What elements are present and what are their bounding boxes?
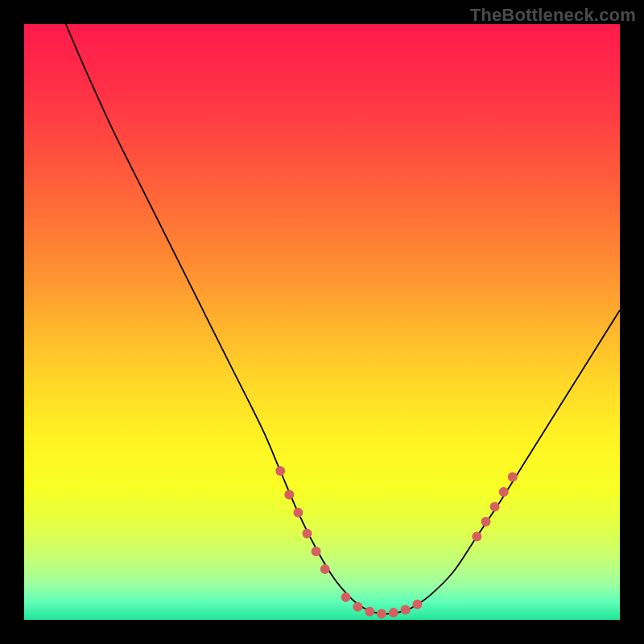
highlighted-point: [293, 508, 303, 518]
highlighted-point: [365, 607, 374, 617]
chart-overlay: [24, 24, 620, 620]
highlighted-point: [389, 608, 398, 617]
watermark-text: TheBottleneck.com: [470, 5, 636, 26]
highlighted-point: [377, 609, 386, 619]
highlighted-point: [275, 466, 285, 476]
highlighted-point: [499, 487, 509, 497]
highlighted-point: [508, 472, 518, 481]
highlighted-point: [303, 529, 312, 539]
highlighted-point: [481, 517, 491, 526]
highlighted-point: [284, 490, 294, 500]
highlighted-points-group: [275, 466, 518, 619]
highlighted-point: [472, 531, 481, 541]
bottleneck-curve: [66, 24, 620, 614]
highlighted-point: [341, 592, 351, 602]
highlighted-point: [412, 600, 422, 609]
plot-area: [24, 24, 620, 620]
highlighted-point: [312, 547, 321, 556]
chart-frame: TheBottleneck.com: [0, 0, 644, 644]
highlighted-point: [320, 564, 330, 574]
highlighted-point: [401, 605, 411, 614]
highlighted-point: [490, 502, 500, 511]
highlighted-point: [353, 602, 362, 612]
